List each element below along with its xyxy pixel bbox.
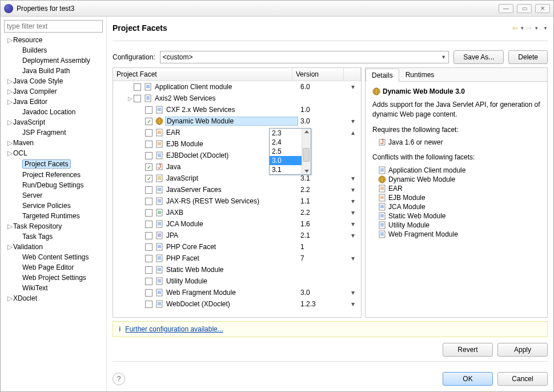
tree-item[interactable]: Targeted Runtimes (4, 211, 103, 221)
tree-item[interactable]: WikiText (4, 283, 103, 293)
version-dropdown-toggle[interactable]: ▾ (345, 117, 361, 125)
facet-checkbox[interactable] (134, 83, 141, 91)
ok-button[interactable]: OK (443, 372, 493, 386)
version-dropdown-toggle[interactable]: ▾ (345, 209, 361, 217)
tree-item[interactable]: ▷Maven (4, 138, 103, 148)
facet-checkbox[interactable] (145, 129, 152, 137)
view-menu-icon[interactable]: ▼ (543, 26, 548, 31)
version-dropdown-toggle[interactable]: ▾ (345, 231, 361, 239)
facet-row[interactable]: PHP Facet7▾ (113, 253, 361, 264)
tab-runtimes[interactable]: Runtimes (399, 68, 441, 81)
category-tree[interactable]: ▷ResourceBuildersDeployment AssemblyJava… (4, 35, 103, 303)
facet-checkbox[interactable] (134, 95, 141, 102)
tree-item[interactable]: ▷Task Repository (4, 221, 103, 231)
facet-checkbox[interactable] (145, 255, 152, 262)
tree-item[interactable]: ▷Validation (4, 242, 103, 252)
forward-menu-icon[interactable]: ▼ (534, 26, 539, 31)
maximize-button[interactable]: ▭ (517, 4, 532, 13)
back-menu-icon[interactable]: ▼ (520, 26, 524, 31)
tree-item[interactable]: JSP Fragment (4, 127, 103, 138)
tree-item[interactable]: Web Content Settings (4, 252, 103, 262)
facet-checkbox[interactable] (145, 186, 152, 194)
facet-row[interactable]: JPA2.1▾ (113, 230, 361, 241)
revert-button[interactable]: Revert (443, 343, 493, 357)
version-dropdown-toggle[interactable]: ▾ (345, 174, 361, 182)
version-dropdown-toggle[interactable]: ▾ (345, 186, 361, 194)
facet-row[interactable]: JAXB2.2▾ (113, 207, 361, 218)
facet-row[interactable]: PHP Core Facet1 (113, 241, 361, 253)
facet-checkbox[interactable] (145, 141, 152, 148)
tree-item[interactable]: Service Policies (4, 201, 103, 211)
facet-row[interactable]: JavaServer Faces2.2▾ (113, 184, 361, 195)
facet-row[interactable]: Utility Module (113, 275, 361, 287)
version-dropdown-toggle[interactable]: ▾ (345, 289, 361, 297)
column-version[interactable]: Version (292, 68, 344, 81)
facet-checkbox[interactable] (145, 152, 152, 159)
facet-checkbox[interactable] (145, 301, 152, 308)
facet-row[interactable]: EJB Module2.4 (113, 138, 361, 150)
tree-item[interactable]: ▷JavaScript (4, 117, 103, 127)
facet-row[interactable]: EJBDoclet (XDoclet)2.5 (113, 150, 361, 161)
close-button[interactable]: ✕ (535, 4, 550, 13)
tree-item[interactable]: ▷Java Code Style (4, 76, 103, 86)
configuration-select[interactable]: <custom>▼ (160, 51, 449, 63)
further-config-link[interactable]: Further configuration available... (125, 325, 223, 333)
apply-button[interactable]: Apply (497, 343, 548, 357)
tree-item[interactable]: Web Page Editor (4, 262, 103, 273)
facet-row[interactable]: EAR2.3▴ (113, 127, 361, 138)
filter-input[interactable] (4, 20, 103, 33)
facet-row[interactable]: CXF 2.x Web Services1.0 (113, 104, 361, 115)
version-dropdown-toggle[interactable]: ▾ (345, 197, 361, 205)
cancel-button[interactable]: Cancel (497, 372, 548, 386)
facet-checkbox[interactable]: ✓ (145, 175, 152, 182)
facet-row[interactable]: WebDoclet (XDoclet)1.2.3▾ (113, 298, 361, 310)
tree-item[interactable]: ▷Java Compiler (4, 86, 103, 97)
save-as-button[interactable]: Save As... (453, 50, 504, 64)
minimize-button[interactable]: — (499, 4, 513, 13)
tree-item[interactable]: Server (4, 190, 103, 201)
tree-item[interactable]: Java Build Path (4, 66, 103, 76)
facet-checkbox[interactable] (145, 289, 152, 297)
version-dropdown-toggle[interactable]: ▾ (345, 220, 361, 228)
tree-item[interactable]: Javadoc Location (4, 107, 103, 117)
tree-item[interactable]: ▷XDoclet (4, 293, 103, 303)
tree-item[interactable]: Run/Debug Settings (4, 180, 103, 190)
forward-icon[interactable]: ⇨ (527, 25, 532, 32)
tree-item[interactable]: Project References (4, 170, 103, 180)
tree-item[interactable]: Project Facets (4, 158, 103, 170)
facet-row[interactable]: ✓Dynamic Web Module3.0▾ (113, 115, 361, 127)
version-dropdown-toggle[interactable]: ▾ (345, 300, 361, 308)
help-icon[interactable]: ? (113, 373, 125, 385)
facet-row[interactable]: ▷Axis2 Web Services (113, 93, 361, 104)
facet-row[interactable]: Web Fragment Module3.0▾ (113, 287, 361, 298)
tree-item[interactable]: ▷Java Editor (4, 97, 103, 107)
facet-checkbox[interactable] (145, 232, 152, 239)
facet-row[interactable]: ✓JavaScript3.1▾ (113, 173, 361, 184)
tab-details[interactable]: Details (366, 69, 399, 82)
facet-checkbox[interactable] (145, 243, 152, 251)
back-icon[interactable]: ⇦ (512, 25, 517, 32)
tree-item[interactable]: Builders (4, 45, 103, 55)
facet-checkbox[interactable] (145, 266, 152, 274)
delete-button[interactable]: Delete (508, 50, 548, 64)
facet-checkbox[interactable] (145, 106, 152, 114)
facet-checkbox[interactable] (145, 221, 152, 228)
tree-item[interactable]: ▷Resource (4, 35, 103, 45)
facet-row[interactable]: ✓JJava3.0 (113, 161, 361, 173)
tree-item[interactable]: Deployment Assembly (4, 55, 103, 66)
facet-row[interactable]: JAX-RS (REST Web Services)1.1▾ (113, 195, 361, 207)
facet-checkbox[interactable] (145, 198, 152, 205)
version-dropdown-toggle[interactable]: ▾ (345, 254, 361, 262)
facet-checkbox[interactable]: ✓ (145, 118, 152, 125)
facet-row[interactable]: Static Web Module (113, 264, 361, 275)
tree-item[interactable]: Web Project Settings (4, 273, 103, 283)
tree-item[interactable]: ▷OCL (4, 148, 103, 158)
facet-checkbox[interactable] (145, 209, 152, 217)
dropdown-scrollbar[interactable] (302, 129, 311, 174)
version-dropdown-toggle[interactable]: ▴ (345, 129, 361, 137)
facet-row[interactable]: JCA Module1.6▾ (113, 218, 361, 230)
facet-checkbox[interactable]: ✓ (145, 163, 152, 171)
version-dropdown[interactable]: 2.32.42.53.03.1 (269, 128, 311, 175)
tree-item[interactable]: Task Tags (4, 231, 103, 242)
facet-row[interactable]: Application Client module6.0▾ (113, 81, 361, 93)
